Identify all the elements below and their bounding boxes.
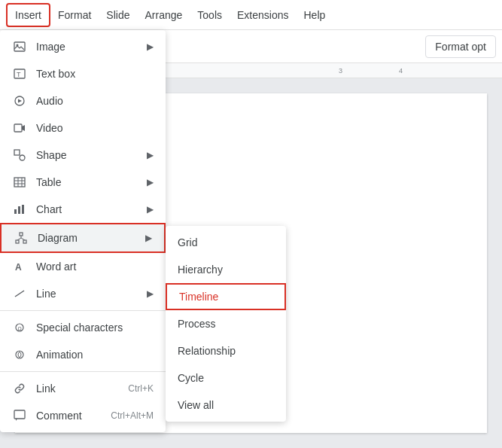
svg-text:Ω: Ω [18,326,22,331]
svg-rect-19 [14,178,25,187]
textbox-label: Text box [36,68,154,80]
svg-rect-29 [23,240,26,243]
table-label: Table [36,176,144,188]
relationship-label: Relationship [178,345,236,357]
audio-icon [12,93,27,108]
svg-rect-38 [14,410,25,419]
diagram-icon [14,230,29,245]
video-label: Video [36,122,154,134]
menu-entry-special[interactable]: Ω Special characters [0,314,166,341]
menu-entry-link[interactable]: Link Ctrl+K [0,375,166,402]
menu-help[interactable]: Help [296,5,333,26]
svg-rect-16 [14,124,22,132]
menu-tools[interactable]: Tools [190,5,230,26]
viewall-label: View all [178,399,214,411]
svg-rect-27 [20,233,23,236]
hierarchy-label: Hierarchy [178,264,223,276]
menu-extensions[interactable]: Extensions [230,5,296,26]
content-area: Image ▶ T Text box Audio [0,78,502,448]
animation-label: Animation [36,349,154,361]
cycle-label: Cycle [178,372,204,384]
diagram-arrow: ▶ [145,233,152,243]
chart-icon [12,202,27,217]
special-label: Special characters [36,322,154,334]
menu-slide[interactable]: Slide [99,5,137,26]
image-label: Image [36,41,144,53]
svg-rect-11 [14,42,25,51]
insert-menu: Image ▶ T Text box Audio [0,30,166,432]
shape-label: Shape [36,149,144,161]
shape-arrow: ▶ [147,150,154,160]
textbox-icon: T [12,66,27,81]
submenu-entry-timeline[interactable]: Timeline [166,283,286,310]
comment-label: Comment [36,410,105,422]
menu-bar: Insert Format Slide Arrange Tools Extens… [0,0,502,30]
menu-entry-diagram[interactable]: Diagram ▶ [0,223,166,253]
audio-label: Audio [36,95,154,107]
menu-entry-chart[interactable]: Chart ▶ [0,196,166,223]
line-icon [12,286,27,301]
chart-label: Chart [36,203,144,215]
line-arrow: ▶ [147,288,154,299]
submenu-entry-viewall[interactable]: View all [166,392,286,419]
menu-divider-2 [0,371,166,372]
svg-rect-24 [14,209,17,214]
ruler-mark-3: 3 [339,67,342,75]
svg-rect-26 [22,205,24,214]
submenu-entry-grid[interactable]: Grid [166,229,286,256]
menu-arrange[interactable]: Arrange [138,5,190,26]
svg-text:A: A [15,262,22,273]
animation-icon [12,347,27,362]
link-label: Link [36,382,122,395]
table-icon [12,175,27,190]
menu-insert[interactable]: Insert [6,3,50,27]
diagram-label: Diagram [38,232,142,244]
menu-entry-video[interactable]: Video [0,114,166,142]
line-label: Line [36,288,144,300]
submenu-entry-process[interactable]: Process [166,310,286,337]
menu-entry-image[interactable]: Image ▶ [0,33,166,60]
link-shortcut: Ctrl+K [128,383,154,394]
submenu-entry-hierarchy[interactable]: Hierarchy [166,256,286,283]
menu-entry-textbox[interactable]: T Text box [0,60,166,87]
comment-shortcut: Ctrl+Alt+M [111,410,154,421]
menu-entry-comment[interactable]: Comment Ctrl+Alt+M [0,402,166,429]
format-options-button[interactable]: Format opt [425,35,496,58]
svg-line-34 [15,291,24,297]
wordart-icon: A [12,259,27,274]
wordart-label: Word art [36,261,154,273]
image-arrow: ▶ [147,41,154,52]
grid-label: Grid [178,236,197,248]
menu-entry-audio[interactable]: Audio [0,87,166,114]
menu-entry-table[interactable]: Table ▶ [0,169,166,196]
submenu-entry-relationship[interactable]: Relationship [166,337,286,364]
image-icon [12,39,27,54]
menu-divider-1 [0,310,166,311]
ruler-mark-4: 4 [399,67,403,75]
svg-text:T: T [17,71,21,78]
chart-arrow: ▶ [147,204,154,215]
svg-point-18 [20,155,25,160]
svg-rect-28 [16,240,19,243]
menu-entry-wordart[interactable]: A Word art [0,253,166,280]
special-icon: Ω [12,320,27,335]
svg-rect-25 [18,206,20,214]
link-menu-icon [12,381,27,396]
diagram-submenu: Grid Hierarchy Timeline Process Relation… [166,226,286,422]
table-arrow: ▶ [147,177,154,187]
menu-entry-shape[interactable]: Shape ▶ [0,142,166,169]
timeline-label: Timeline [179,291,218,303]
shape-icon [12,148,27,163]
process-label: Process [178,318,216,330]
menu-format[interactable]: Format [50,5,99,26]
video-icon [12,120,27,136]
menu-entry-animation[interactable]: Animation [0,341,166,368]
menu-entry-line[interactable]: Line ▶ [0,280,166,307]
svg-rect-17 [14,150,20,155]
comment-icon [12,408,27,423]
submenu-entry-cycle[interactable]: Cycle [166,364,286,392]
